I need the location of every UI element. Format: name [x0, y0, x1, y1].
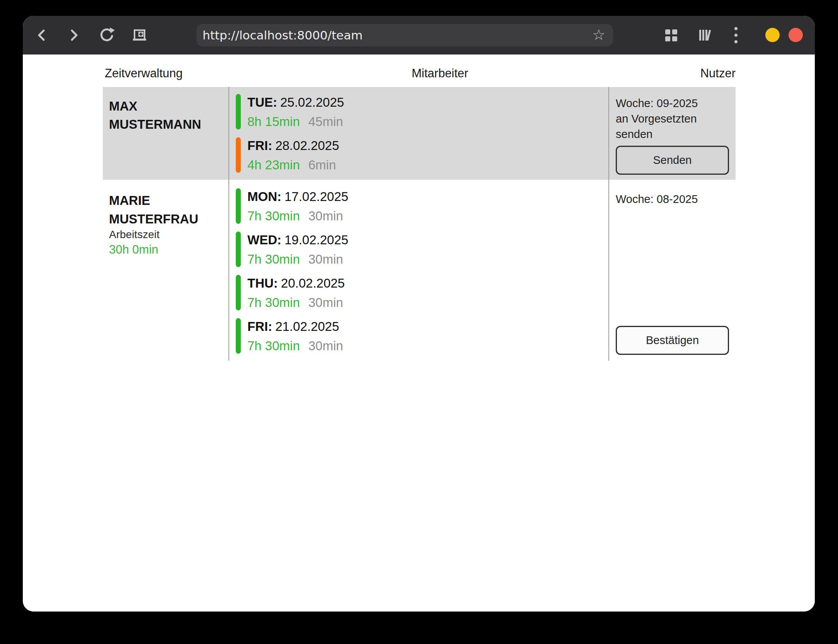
- entry-date: 17.02.2025: [284, 189, 348, 204]
- bookmark-star-icon[interactable]: ☆: [592, 27, 605, 42]
- nav-item-nutzer[interactable]: Nutzer: [700, 66, 736, 81]
- entry-day-label: TUE:: [247, 95, 277, 109]
- employee-name: MARIE MUSTERFRAU: [109, 191, 198, 228]
- week-note-line: an Vorgesetzten: [616, 111, 698, 126]
- entry-day-label: WED:: [247, 233, 281, 247]
- employee-subtitle: Arbeitszeit: [109, 228, 160, 241]
- entry-date: 20.02.2025: [281, 276, 345, 290]
- week-note-line: senden: [616, 126, 698, 142]
- chevron-left-icon: [34, 27, 49, 44]
- browser-toolbar: http://localhost:8000/team ☆: [23, 16, 815, 55]
- close-button[interactable]: [789, 28, 803, 42]
- bestaetigen-button[interactable]: Bestätigen: [616, 326, 729, 355]
- reload-button[interactable]: [98, 16, 115, 55]
- url-text: http://localhost:8000/team: [203, 28, 363, 42]
- nav-item-mitarbeiter[interactable]: Mitarbeiter: [412, 66, 468, 81]
- worked-duration: 8h 15min: [247, 114, 300, 129]
- senden-button[interactable]: Senden: [616, 146, 729, 175]
- time-entry: FRI:21.02.2025 7h 30min30min: [236, 318, 343, 354]
- new-tab-button[interactable]: [131, 16, 148, 55]
- worked-duration: 7h 30min: [247, 339, 300, 353]
- library-icon: [696, 27, 713, 44]
- kebab-menu-icon: [734, 27, 738, 43]
- week-note: Woche: 09-2025 an Vorgesetzten senden: [616, 95, 698, 142]
- browser-window: http://localhost:8000/team ☆ Zeitverwalt: [23, 16, 815, 612]
- status-bar-orange-icon: [236, 137, 241, 173]
- grid-icon: [665, 29, 677, 41]
- column-divider-right: [608, 87, 609, 361]
- worked-duration: 7h 30min: [247, 209, 300, 223]
- worked-duration: 7h 30min: [247, 295, 300, 310]
- week-label: Woche: 08-2025: [616, 191, 698, 207]
- employee-first-name: MARIE: [109, 191, 198, 210]
- break-duration: 6min: [308, 158, 336, 172]
- entry-day-label: FRI:: [247, 138, 272, 153]
- break-duration: 30min: [308, 339, 343, 353]
- break-duration: 30min: [308, 209, 343, 223]
- minimize-button[interactable]: [765, 28, 780, 42]
- entry-date: 19.02.2025: [284, 233, 348, 247]
- entry-date: 21.02.2025: [275, 319, 339, 334]
- chevron-right-icon: [66, 27, 82, 44]
- status-bar-green-icon: [236, 275, 241, 310]
- time-entry: WED:19.02.2025 7h 30min30min: [236, 232, 348, 268]
- worked-duration: 7h 30min: [247, 252, 300, 266]
- entry-date: 25.02.2025: [280, 95, 344, 109]
- forward-button[interactable]: [66, 16, 82, 55]
- break-duration: 30min: [308, 252, 343, 266]
- status-bar-green-icon: [236, 94, 241, 129]
- new-tab-icon: [131, 27, 148, 44]
- time-entry: FRI:28.02.2025 4h 23min6min: [236, 137, 339, 174]
- entry-day-label: MON:: [247, 189, 281, 204]
- break-duration: 45min: [308, 114, 343, 129]
- column-divider-left: [228, 87, 229, 361]
- week-note: Woche: 08-2025: [616, 191, 698, 207]
- status-bar-green-icon: [236, 232, 241, 267]
- url-bar[interactable]: http://localhost:8000/team ☆: [196, 24, 613, 46]
- status-bar-green-icon: [236, 318, 241, 354]
- break-duration: 30min: [308, 295, 343, 310]
- employee-total-hours: 30h 0min: [109, 243, 158, 257]
- page-content: Zeitverwaltung Mitarbeiter Nutzer MAX MU…: [23, 55, 815, 612]
- employee-last-name: MUSTERMANN: [109, 115, 201, 133]
- time-entry: THU:20.02.2025 7h 30min30min: [236, 275, 345, 311]
- entry-day-label: FRI:: [247, 319, 272, 334]
- worked-duration: 4h 23min: [247, 158, 300, 172]
- week-label: Woche: 09-2025: [616, 95, 698, 111]
- employee-first-name: MAX: [109, 97, 201, 115]
- entry-date: 28.02.2025: [275, 138, 339, 153]
- library-button[interactable]: [696, 16, 713, 55]
- nav-item-zeitverwaltung[interactable]: Zeitverwaltung: [105, 66, 183, 81]
- tab-overview-button[interactable]: [664, 16, 678, 55]
- employee-name: MAX MUSTERMANN: [109, 97, 201, 133]
- time-entry: MON:17.02.2025 7h 30min30min: [236, 188, 348, 225]
- back-button[interactable]: [34, 16, 49, 55]
- reload-icon: [98, 27, 115, 44]
- time-entry: TUE:25.02.2025 8h 15min45min: [236, 94, 344, 130]
- employee-last-name: MUSTERFRAU: [109, 210, 198, 228]
- status-bar-green-icon: [236, 188, 241, 224]
- menu-button[interactable]: [731, 16, 741, 55]
- entry-day-label: THU:: [247, 276, 278, 290]
